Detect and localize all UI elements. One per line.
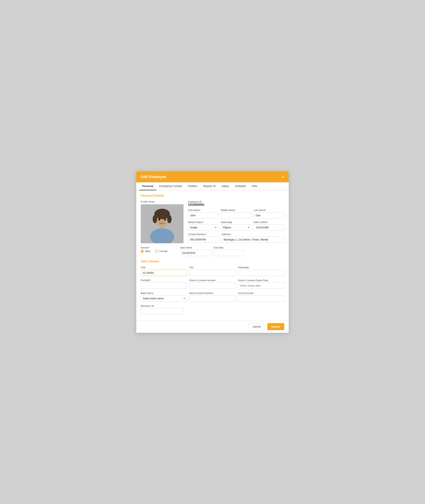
- marital-status-label: Marital Status*: [188, 221, 219, 224]
- middle-name-group: Middle Name: [221, 209, 252, 219]
- exit-date-label: Exit Date: [214, 246, 245, 249]
- cancel-button[interactable]: Cancel: [248, 323, 265, 330]
- date-hired-label: Date Hired: [180, 246, 211, 249]
- account-email-label: Account Email: [238, 292, 284, 295]
- drivers-license-expiry-group: Driver's License Expiry Date: [238, 279, 284, 289]
- biometric-id-input[interactable]: [141, 308, 184, 314]
- contact-label: Contact Number*: [188, 233, 219, 236]
- modal-footer: Cancel Update: [136, 320, 289, 333]
- drivers-license-group: Driver's License Number: [189, 279, 236, 289]
- employee-id-value: 1010000001: [188, 203, 284, 207]
- contact-input[interactable]: [188, 236, 219, 243]
- tab-personal[interactable]: Personal: [139, 182, 156, 190]
- employee-id-group: Employee ID 1010000001: [188, 200, 284, 207]
- last-name-group: Last Name*: [254, 209, 284, 219]
- personal-details-title: Personal Details: [141, 194, 284, 197]
- bank-account-input[interactable]: [189, 295, 236, 302]
- bank-name-select[interactable]: Select bank name BPI BDO Metrobank: [141, 295, 187, 302]
- address-group: Address*: [222, 233, 284, 243]
- svg-point-3: [153, 215, 157, 223]
- close-button[interactable]: ×: [282, 175, 284, 179]
- tab-files[interactable]: Files: [249, 182, 260, 190]
- tin-input[interactable]: [189, 270, 236, 276]
- nationality-select[interactable]: Filipino Other: [221, 224, 252, 231]
- modal-body: Personal Details Profile Photo: [136, 190, 289, 320]
- edit-employee-modal: Edit Employee × Personal Emergency Conta…: [136, 171, 289, 333]
- contact-group: Contact Number*: [188, 233, 219, 243]
- exit-date-input[interactable]: [214, 250, 245, 256]
- gender-female-option[interactable]: Female: [155, 250, 167, 253]
- other-details-grid: SSS TIN PhilHealth: [141, 266, 284, 314]
- profile-photo-image[interactable]: [141, 204, 184, 243]
- tab-schedule[interactable]: Schedule: [232, 182, 249, 190]
- employee-id-label: Employee ID: [188, 200, 284, 203]
- philhealth-input[interactable]: [238, 270, 284, 276]
- sss-input[interactable]: [141, 270, 187, 276]
- female-label: Female: [159, 250, 167, 252]
- modal-title: Edit Employee: [141, 175, 166, 179]
- middle-name-label: Middle Name: [221, 209, 252, 212]
- nationality-label: Nationality: [221, 221, 252, 224]
- address-input[interactable]: [222, 236, 284, 243]
- bank-row: Bank Name Select bank name BPI BDO Metro…: [141, 292, 284, 302]
- male-radio-dot[interactable]: [141, 250, 144, 253]
- bank-name-label: Bank Name: [141, 292, 187, 295]
- female-radio-dot[interactable]: [155, 250, 158, 253]
- first-name-label: First Name*: [188, 209, 219, 212]
- gender-male-option[interactable]: Male: [141, 250, 150, 253]
- tab-emergency-contact[interactable]: Emergency Contact: [156, 182, 185, 190]
- tab-salary[interactable]: Salary: [219, 182, 232, 190]
- pagibig-license-expiry-row: PAGIBIG Driver's License Number Driver's…: [141, 279, 284, 289]
- update-button[interactable]: Update: [267, 323, 284, 330]
- date-hired-input[interactable]: [180, 250, 211, 256]
- gender-radio-group: Male Female: [141, 250, 178, 253]
- pagibig-group: PAGIBIG: [141, 279, 187, 289]
- drivers-license-label: Driver's License Number: [189, 279, 236, 282]
- drivers-license-expiry-input[interactable]: [238, 283, 284, 289]
- dob-group: Date of Birth*: [254, 221, 284, 231]
- philhealth-label: PhilHealth: [238, 266, 284, 269]
- drivers-license-expiry-label: Driver's License Expiry Date: [238, 279, 284, 282]
- other-details-section: Other Details SSS TIN PhilHealt: [141, 260, 284, 314]
- date-hired-group: Date Hired: [180, 246, 211, 256]
- modal-header: Edit Employee ×: [136, 171, 289, 182]
- account-email-input[interactable]: [238, 295, 284, 302]
- tin-group: TIN: [189, 266, 236, 276]
- sss-tin-philhealth-row: SSS TIN PhilHealth: [141, 266, 284, 276]
- nationality-select-wrapper: Filipino Other: [221, 224, 252, 231]
- gender-dates-row: Gender* Male Female Date Hire: [141, 246, 284, 256]
- marital-status-select[interactable]: Single Married Widowed: [188, 224, 219, 231]
- philhealth-group: PhilHealth: [238, 266, 284, 276]
- pagibig-input[interactable]: [141, 283, 187, 289]
- name-row: First Name* Middle Name Last Name*: [188, 209, 284, 219]
- biometric-id-label: Biometric ID: [141, 304, 184, 307]
- sss-group: SSS: [141, 266, 187, 276]
- biometric-id-group: Biometric ID: [141, 304, 184, 314]
- contact-address-row: Contact Number* Address*: [188, 233, 284, 243]
- svg-point-8: [164, 218, 166, 221]
- first-name-input[interactable]: [188, 212, 219, 219]
- pagibig-label: PAGIBIG: [141, 279, 187, 282]
- address-label: Address*: [222, 233, 284, 236]
- bank-account-group: Bank Account Number: [189, 292, 236, 302]
- middle-name-input[interactable]: [221, 212, 252, 219]
- other-details-title: Other Details: [141, 260, 284, 263]
- tab-position[interactable]: Position: [185, 182, 200, 190]
- tab-reports-to[interactable]: Reports To: [200, 182, 219, 190]
- bank-name-group: Bank Name Select bank name BPI BDO Metro…: [141, 292, 187, 302]
- sss-label: SSS: [141, 266, 187, 269]
- last-name-label: Last Name*: [254, 209, 284, 212]
- dob-input[interactable]: [254, 224, 284, 231]
- drivers-license-input[interactable]: [189, 283, 236, 289]
- last-name-input[interactable]: [254, 212, 284, 219]
- marital-status-group: Marital Status* Single Married Widowed: [188, 221, 219, 231]
- marital-status-select-wrapper: Single Married Widowed: [188, 224, 219, 231]
- bank-account-label: Bank Account Number: [189, 292, 236, 295]
- profile-photo-label: Profile Photo: [141, 200, 184, 203]
- employee-fields-area: Employee ID 1010000001 First Name* Middl: [188, 200, 284, 243]
- tin-label: TIN: [189, 266, 236, 269]
- gender-label: Gender*: [141, 246, 178, 249]
- biometric-row: Biometric ID: [141, 304, 284, 314]
- profile-photo-area: Profile Photo: [141, 200, 184, 243]
- exit-date-group: Exit Date: [214, 246, 245, 256]
